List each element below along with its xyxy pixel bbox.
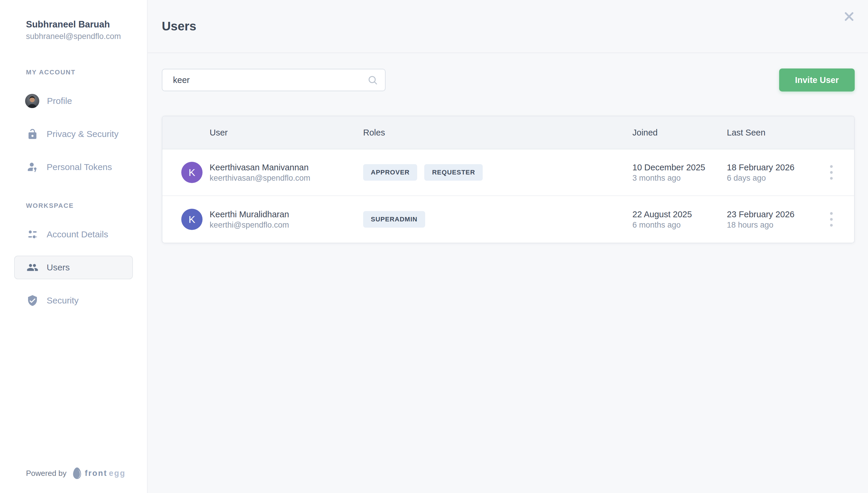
last-seen-date: 18 February 2026 xyxy=(727,162,808,173)
last-seen-relative: 18 hours ago xyxy=(727,220,808,230)
joined-cell: 22 August 2025 6 months ago xyxy=(632,209,727,230)
roles-cell: APPROVER REQUESTER xyxy=(363,164,632,181)
column-header-user: User xyxy=(181,128,363,137)
people-icon xyxy=(26,261,39,274)
main-content: Invite User User Roles Joined Last Seen … xyxy=(148,53,868,243)
role-badge: SUPERADMIN xyxy=(363,211,425,228)
table-row: K Keerthivasan Manivannan keerthivasan@s… xyxy=(162,149,854,196)
search-box xyxy=(162,69,386,91)
user-meta: Keerthi Muralidharan keerthi@spendflo.co… xyxy=(210,209,289,230)
joined-cell: 10 December 2025 3 months ago xyxy=(632,162,727,183)
column-header-roles: Roles xyxy=(363,128,632,137)
row-menu-button[interactable] xyxy=(823,208,840,231)
sidebar-item-label: Personal Tokens xyxy=(47,162,112,172)
sidebar-item-account-details[interactable]: Account Details xyxy=(14,222,133,246)
column-header-last-seen: Last Seen xyxy=(727,128,808,137)
close-button[interactable] xyxy=(842,9,856,24)
nav-list-my-account: Profile Privacy & Security xyxy=(0,89,147,179)
brand-egg-text: egg xyxy=(109,469,126,478)
last-seen-cell: 18 February 2026 6 days ago xyxy=(727,162,808,183)
avatar: K xyxy=(181,209,202,230)
toolbar: Invite User xyxy=(162,68,855,91)
sidebar-item-label: Profile xyxy=(47,96,72,106)
actions-cell xyxy=(808,160,854,184)
user-name: Keerthivasan Manivannan xyxy=(210,162,310,173)
sidebar-footer: Powered by frontegg xyxy=(26,467,126,479)
search-input[interactable] xyxy=(162,69,386,91)
sidebar-item-users[interactable]: Users xyxy=(14,256,133,279)
profile-photo-avatar xyxy=(25,94,39,108)
column-header-joined: Joined xyxy=(632,128,727,137)
sidebar-profile-block: Subhraneel Baruah subhraneel@spendflo.co… xyxy=(0,0,147,41)
sliders-icon xyxy=(26,228,39,241)
sidebar-item-personal-tokens[interactable]: Personal Tokens xyxy=(14,155,133,179)
invite-user-button[interactable]: Invite User xyxy=(779,68,855,91)
close-icon xyxy=(843,10,855,22)
sidebar-item-label: Account Details xyxy=(47,229,108,239)
section-label-my-account: MY ACCOUNT xyxy=(0,68,147,76)
frontegg-logo: frontegg xyxy=(72,467,126,479)
lock-open-icon xyxy=(26,128,39,141)
section-label-workspace: WORKSPACE xyxy=(0,202,147,210)
kebab-icon xyxy=(830,211,833,228)
main-header: Users xyxy=(148,0,868,53)
kebab-icon xyxy=(830,164,833,181)
user-email: keerthivasan@spendflo.com xyxy=(210,173,310,183)
joined-date: 22 August 2025 xyxy=(632,209,727,220)
person-key-icon xyxy=(26,160,39,174)
user-name: Keerthi Muralidharan xyxy=(210,209,289,220)
frontegg-egg-icon xyxy=(72,467,82,479)
user-email: keerthi@spendflo.com xyxy=(210,220,289,230)
powered-by-text: Powered by xyxy=(26,469,66,478)
users-table: User Roles Joined Last Seen K Keerthivas… xyxy=(162,116,855,243)
last-seen-cell: 23 February 2026 18 hours ago xyxy=(727,209,808,230)
role-badge: REQUESTER xyxy=(424,164,483,181)
table-header-row: User Roles Joined Last Seen xyxy=(162,116,854,149)
row-menu-button[interactable] xyxy=(823,160,840,184)
sidebar-item-label: Privacy & Security xyxy=(47,129,118,139)
user-cell: K Keerthi Muralidharan keerthi@spendflo.… xyxy=(181,209,363,230)
sidebar-item-privacy-security[interactable]: Privacy & Security xyxy=(14,122,133,146)
sidebar-item-profile[interactable]: Profile xyxy=(14,89,133,113)
table-row: K Keerthi Muralidharan keerthi@spendflo.… xyxy=(162,196,854,243)
sidebar-item-label: Security xyxy=(47,296,79,305)
nav-list-workspace: Account Details Users Security xyxy=(0,222,147,312)
sidebar-item-security[interactable]: Security xyxy=(14,289,133,312)
joined-date: 10 December 2025 xyxy=(632,162,727,173)
shield-check-icon xyxy=(26,294,39,307)
page-title: Users xyxy=(162,19,196,34)
sidebar-item-label: Users xyxy=(47,262,70,273)
last-seen-date: 23 February 2026 xyxy=(727,209,808,220)
profile-name: Subhraneel Baruah xyxy=(26,19,135,30)
role-badge: APPROVER xyxy=(363,164,417,181)
main-panel: Users Invite User User xyxy=(148,0,868,493)
last-seen-relative: 6 days ago xyxy=(727,173,808,183)
admin-portal: Subhraneel Baruah subhraneel@spendflo.co… xyxy=(0,0,868,493)
user-meta: Keerthivasan Manivannan keerthivasan@spe… xyxy=(210,162,310,183)
actions-cell xyxy=(808,208,854,231)
joined-relative: 3 months ago xyxy=(632,173,727,183)
profile-email: subhraneel@spendflo.com xyxy=(26,31,135,41)
roles-cell: SUPERADMIN xyxy=(363,211,632,228)
avatar: K xyxy=(181,162,202,183)
joined-relative: 6 months ago xyxy=(632,220,727,230)
user-cell: K Keerthivasan Manivannan keerthivasan@s… xyxy=(181,162,363,183)
sidebar: Subhraneel Baruah subhraneel@spendflo.co… xyxy=(0,0,148,493)
brand-front-text: front xyxy=(85,469,107,478)
